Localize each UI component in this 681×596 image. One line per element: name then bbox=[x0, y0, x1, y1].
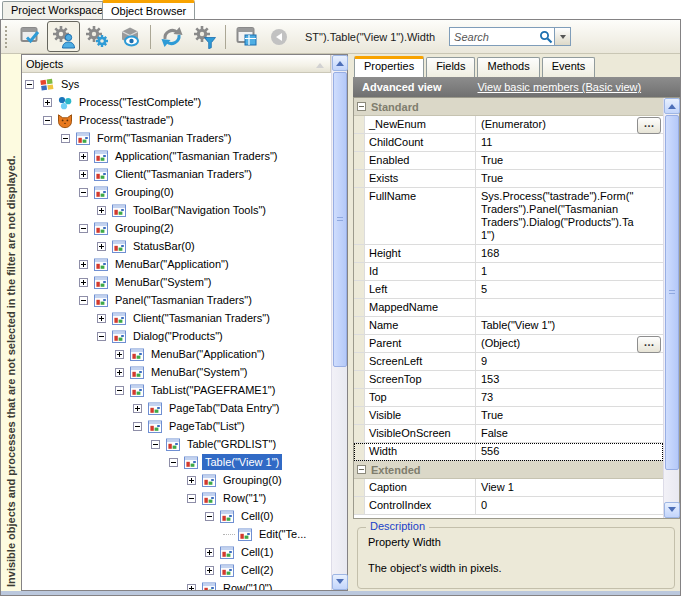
property-value[interactable]: (Object) bbox=[476, 335, 663, 352]
expand-toggle[interactable] bbox=[205, 566, 214, 575]
collapse-toggle[interactable] bbox=[133, 422, 142, 431]
expand-toggle[interactable] bbox=[97, 206, 106, 215]
property-row[interactable]: ExistsTrue bbox=[354, 170, 663, 188]
scroll-thumb[interactable] bbox=[333, 72, 347, 367]
object-spy-button[interactable] bbox=[113, 21, 146, 52]
refresh-button[interactable] bbox=[155, 21, 188, 52]
collapse-toggle[interactable] bbox=[115, 386, 124, 395]
property-row[interactable]: VisibleOnScreenFalse bbox=[354, 425, 663, 443]
tree-node[interactable]: MenuBar("Application") bbox=[22, 255, 331, 273]
tab-fields[interactable]: Fields bbox=[426, 57, 475, 77]
scroll-thumb[interactable] bbox=[665, 115, 679, 470]
property-row[interactable]: MappedName bbox=[354, 299, 663, 317]
object-browser-settings-button[interactable] bbox=[80, 21, 113, 52]
tree-node[interactable]: Cell(2) bbox=[22, 561, 331, 579]
search-input[interactable] bbox=[450, 31, 539, 43]
tree-node[interactable]: MenuBar("System") bbox=[22, 363, 331, 381]
property-row[interactable]: Top73 bbox=[354, 389, 663, 407]
tab-methods[interactable]: Methods bbox=[477, 57, 539, 77]
property-value[interactable]: True bbox=[476, 407, 663, 424]
tab-events[interactable]: Events bbox=[542, 57, 596, 77]
property-value[interactable]: False bbox=[476, 425, 663, 442]
property-value[interactable]: 153 bbox=[476, 371, 663, 388]
property-value[interactable]: (Enumerator) bbox=[476, 116, 663, 133]
expand-toggle[interactable] bbox=[97, 314, 106, 323]
expand-toggle[interactable] bbox=[79, 278, 88, 287]
collapse-toggle[interactable] bbox=[79, 188, 88, 197]
property-grid-scrollbar[interactable] bbox=[663, 98, 679, 518]
tree-node[interactable]: Row("10") bbox=[22, 579, 331, 590]
tree-node[interactable]: Panel("Tasmanian Traders") bbox=[22, 291, 331, 309]
property-value[interactable] bbox=[476, 299, 663, 316]
show-tested-apps-button[interactable] bbox=[14, 21, 47, 52]
property-row[interactable]: Id1 bbox=[354, 263, 663, 281]
expand-toggle[interactable] bbox=[205, 548, 214, 557]
collapse-toggle[interactable] bbox=[357, 465, 366, 474]
ellipsis-button[interactable]: … bbox=[637, 117, 661, 134]
tree-node[interactable]: Client("Tasmanian Traders") bbox=[22, 165, 331, 183]
collapse-toggle[interactable] bbox=[25, 80, 34, 89]
navigate-back-button[interactable] bbox=[271, 29, 287, 45]
collapse-toggle[interactable] bbox=[169, 458, 178, 467]
property-row[interactable]: Left5 bbox=[354, 281, 663, 299]
tree-node[interactable]: Process("TestComplete") bbox=[22, 93, 331, 111]
property-section-header[interactable]: Extended bbox=[354, 461, 663, 479]
tree-node[interactable]: Cell(1) bbox=[22, 543, 331, 561]
property-row[interactable]: ControlIndex0 bbox=[354, 497, 663, 515]
scroll-down-button[interactable] bbox=[332, 574, 348, 590]
collapse-toggle[interactable] bbox=[79, 224, 88, 233]
property-value[interactable]: 5 bbox=[476, 281, 663, 298]
tree-scrollbar[interactable] bbox=[331, 55, 347, 590]
property-row[interactable]: Parent(Object)… bbox=[354, 335, 663, 353]
tree-node[interactable]: Cell(0) bbox=[22, 507, 331, 525]
property-value[interactable]: 168 bbox=[476, 245, 663, 262]
property-row[interactable]: EnabledTrue bbox=[354, 152, 663, 170]
property-value[interactable]: 11 bbox=[476, 134, 663, 151]
collapse-toggle[interactable] bbox=[151, 440, 160, 449]
tree-node[interactable]: PageTab("List") bbox=[22, 417, 331, 435]
property-row[interactable]: VisibleTrue bbox=[354, 407, 663, 425]
tree-node[interactable]: MenuBar("Application") bbox=[22, 345, 331, 363]
property-row[interactable]: NameTable("View 1") bbox=[354, 317, 663, 335]
tree-node[interactable]: Process("tastrade") bbox=[22, 111, 331, 129]
property-row[interactable]: Width556 bbox=[354, 443, 663, 461]
tree-node[interactable]: Row("1") bbox=[22, 489, 331, 507]
tab-properties[interactable]: Properties bbox=[354, 56, 424, 77]
property-row[interactable]: FullNameSys.Process("tastrade").Form(" T… bbox=[354, 188, 663, 245]
property-value[interactable]: Table("View 1") bbox=[476, 317, 663, 334]
property-row[interactable]: _NewEnum(Enumerator)… bbox=[354, 116, 663, 134]
tree-node[interactable]: Client("Tasmanian Traders") bbox=[22, 309, 331, 327]
scroll-up-button[interactable] bbox=[664, 98, 680, 114]
tree-node[interactable]: Grouping(0) bbox=[22, 183, 331, 201]
tree-node[interactable]: Form("Tasmanian Traders") bbox=[22, 129, 331, 147]
tree-node[interactable]: PageTab("Data Entry") bbox=[22, 399, 331, 417]
expand-toggle[interactable] bbox=[187, 476, 196, 485]
expand-toggle[interactable] bbox=[115, 368, 124, 377]
collapse-toggle[interactable] bbox=[187, 494, 196, 503]
tree-node[interactable]: Grouping(0) bbox=[22, 471, 331, 489]
collapse-toggle[interactable] bbox=[205, 512, 214, 521]
collapse-toggle[interactable] bbox=[61, 134, 70, 143]
property-row[interactable]: ScreenLeft9 bbox=[354, 353, 663, 371]
property-value[interactable]: 556 bbox=[476, 443, 663, 460]
property-value[interactable]: 9 bbox=[476, 353, 663, 370]
search-icon[interactable] bbox=[539, 30, 553, 44]
property-value[interactable]: 73 bbox=[476, 389, 663, 406]
property-value[interactable]: 0 bbox=[476, 497, 663, 514]
panel-layout-button[interactable] bbox=[230, 21, 263, 52]
tree-node[interactable]: Dialog("Products") bbox=[22, 327, 331, 345]
filter-button[interactable] bbox=[188, 21, 221, 52]
tree-node[interactable]: Grouping(2) bbox=[22, 219, 331, 237]
expand-toggle[interactable] bbox=[79, 170, 88, 179]
expand-toggle[interactable] bbox=[79, 152, 88, 161]
objects-column-header[interactable]: Objects bbox=[22, 55, 331, 73]
tree-node[interactable]: ToolBar("Navigation Tools") bbox=[22, 201, 331, 219]
property-section-header[interactable]: Standard bbox=[354, 98, 663, 116]
property-value[interactable]: View 1 bbox=[476, 479, 663, 496]
collapse-toggle[interactable] bbox=[97, 332, 106, 341]
ellipsis-button[interactable]: … bbox=[637, 336, 661, 353]
toolbar-grip[interactable] bbox=[5, 26, 11, 48]
collapse-toggle[interactable] bbox=[357, 102, 366, 111]
tab-project-workspace[interactable]: Project Workspace bbox=[2, 1, 112, 19]
property-row[interactable]: ScreenTop153 bbox=[354, 371, 663, 389]
